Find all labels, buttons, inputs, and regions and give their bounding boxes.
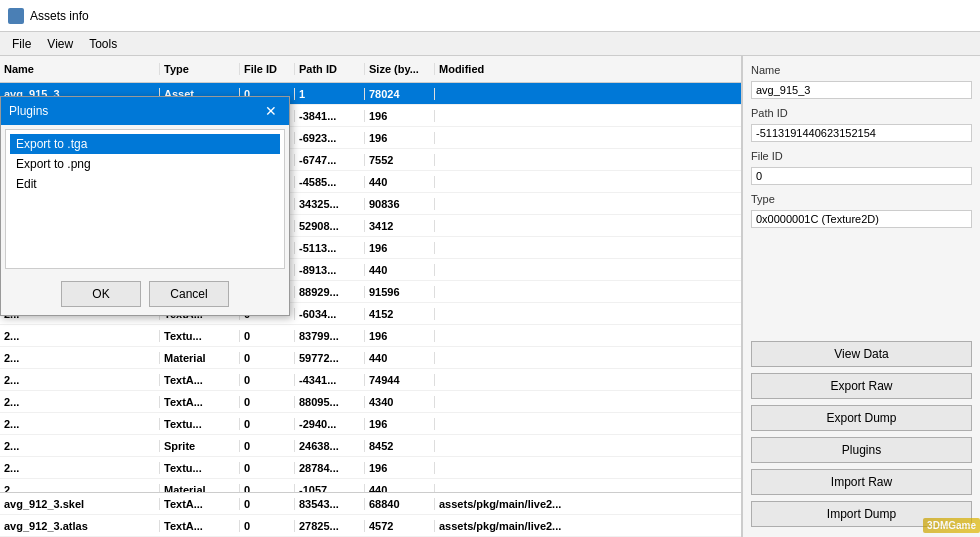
- cell-size: 196: [365, 132, 435, 144]
- cell-pathid: 27825...: [295, 520, 365, 532]
- view-data-button[interactable]: View Data: [751, 341, 972, 367]
- col-header-pathid: Path ID: [295, 63, 365, 75]
- cell-fileid: 0: [240, 330, 295, 342]
- cell-size: 440: [365, 484, 435, 493]
- cell-pathid: 34325...: [295, 198, 365, 210]
- cell-size: 4572: [365, 520, 435, 532]
- cell-pathid: -1057...: [295, 484, 365, 493]
- cell-type: TextA...: [160, 396, 240, 408]
- cell-name: 2...: [0, 484, 160, 493]
- type-label: Type: [751, 193, 972, 205]
- cell-pathid: -6034...: [295, 308, 365, 320]
- cell-pathid: 1: [295, 88, 365, 100]
- app-icon: [8, 8, 24, 24]
- cell-pathid: -3841...: [295, 110, 365, 122]
- title-text: Assets info: [30, 9, 89, 23]
- cell-size: 4152: [365, 308, 435, 320]
- table-header: Name Type File ID Path ID Size (by... Mo…: [0, 56, 741, 83]
- export-dump-button[interactable]: Export Dump: [751, 405, 972, 431]
- cell-name: avg_912_3.skel: [0, 498, 160, 510]
- menu-view[interactable]: View: [39, 35, 81, 53]
- table-row[interactable]: 2... Textu... 0 -2940... 196: [0, 413, 741, 435]
- dialog-buttons-area: OK Cancel: [1, 273, 289, 315]
- cell-size: 68840: [365, 498, 435, 510]
- cell-name: 2...: [0, 440, 160, 452]
- cell-type: Textu...: [160, 462, 240, 474]
- table-row[interactable]: 2... TextA... 0 -4341... 74944: [0, 369, 741, 391]
- cell-pathid: 59772...: [295, 352, 365, 364]
- plugins-button[interactable]: Plugins: [751, 437, 972, 463]
- dialog-list-item[interactable]: Export to .tga: [10, 134, 280, 154]
- right-panel: Name avg_915_3 Path ID -5113191440623152…: [742, 56, 980, 537]
- menu-bar: File View Tools: [0, 32, 980, 56]
- cell-name: 2...: [0, 462, 160, 474]
- dialog-list-item[interactable]: Export to .png: [10, 154, 280, 174]
- table-row[interactable]: 2... Textu... 0 83799... 196: [0, 325, 741, 347]
- cell-pathid: -4341...: [295, 374, 365, 386]
- cell-fileid: 0: [240, 374, 295, 386]
- cell-type: Textu...: [160, 418, 240, 430]
- dialog-close-button[interactable]: ✕: [261, 101, 281, 121]
- cell-size: 440: [365, 176, 435, 188]
- col-header-size: Size (by...: [365, 63, 435, 75]
- cell-fileid: 0: [240, 352, 295, 364]
- type-value: 0x0000001C (Texture2D): [751, 210, 972, 228]
- cell-pathid: -8913...: [295, 264, 365, 276]
- col-header-type: Type: [160, 63, 240, 75]
- table-row[interactable]: 2... Sprite 0 24638... 8452: [0, 435, 741, 457]
- dialog-cancel-button[interactable]: Cancel: [149, 281, 229, 307]
- name-value: avg_915_3: [751, 81, 972, 99]
- cell-fileid: 0: [240, 440, 295, 452]
- cell-fileid: 0: [240, 396, 295, 408]
- cell-size: 196: [365, 242, 435, 254]
- cell-pathid: 88929...: [295, 286, 365, 298]
- cell-size: 440: [365, 264, 435, 276]
- table-row[interactable]: avg_912_3.skel TextA... 0 83543... 68840…: [0, 493, 741, 515]
- import-raw-button[interactable]: Import Raw: [751, 469, 972, 495]
- table-row[interactable]: 2... Material 0 59772... 440: [0, 347, 741, 369]
- dialog-ok-button[interactable]: OK: [61, 281, 141, 307]
- name-label: Name: [751, 64, 972, 76]
- cell-size: 440: [365, 352, 435, 364]
- cell-name: avg_912_3.atlas: [0, 520, 160, 532]
- cell-size: 90836: [365, 198, 435, 210]
- cell-size: 3412: [365, 220, 435, 232]
- cell-size: 196: [365, 330, 435, 342]
- watermark: 3DMGame: [923, 518, 980, 533]
- cell-type: TextA...: [160, 520, 240, 532]
- cell-modified: assets/pkg/main/live2...: [435, 520, 741, 532]
- table-row[interactable]: 2... TextA... 0 88095... 4340: [0, 391, 741, 413]
- cell-pathid: -2940...: [295, 418, 365, 430]
- dialog-list[interactable]: Export to .tgaExport to .pngEdit: [5, 129, 285, 269]
- fileid-value: 0: [751, 167, 972, 185]
- cell-type: Textu...: [160, 330, 240, 342]
- cell-name: 2...: [0, 374, 160, 386]
- menu-file[interactable]: File: [4, 35, 39, 53]
- cell-size: 7552: [365, 154, 435, 166]
- table-row[interactable]: 2... Material 0 -1057... 440: [0, 479, 741, 492]
- dialog-title-bar: Plugins ✕: [1, 97, 289, 125]
- cell-size: 196: [365, 418, 435, 430]
- fileid-label: File ID: [751, 150, 972, 162]
- cell-pathid: 28784...: [295, 462, 365, 474]
- col-header-name: Name: [0, 63, 160, 75]
- export-raw-button[interactable]: Export Raw: [751, 373, 972, 399]
- cell-size: 4340: [365, 396, 435, 408]
- cell-size: 8452: [365, 440, 435, 452]
- cell-size: 74944: [365, 374, 435, 386]
- cell-pathid: 83799...: [295, 330, 365, 342]
- table-row[interactable]: avg_912_3.atlas TextA... 0 27825... 4572…: [0, 515, 741, 537]
- cell-pathid: 88095...: [295, 396, 365, 408]
- cell-type: TextA...: [160, 374, 240, 386]
- cell-name: 2...: [0, 330, 160, 342]
- dialog-list-item[interactable]: Edit: [10, 174, 280, 194]
- cell-size: 91596: [365, 286, 435, 298]
- main-layout: Name Type File ID Path ID Size (by... Mo…: [0, 56, 980, 537]
- plugins-dialog: Plugins ✕ Export to .tgaExport to .pngEd…: [0, 96, 290, 316]
- status-bar-area: avg_912_3.skel TextA... 0 83543... 68840…: [0, 492, 741, 537]
- pathid-value: -5113191440623152154: [751, 124, 972, 142]
- col-header-fileid: File ID: [240, 63, 295, 75]
- table-row[interactable]: 2... Textu... 0 28784... 196: [0, 457, 741, 479]
- menu-tools[interactable]: Tools: [81, 35, 125, 53]
- cell-size: 196: [365, 110, 435, 122]
